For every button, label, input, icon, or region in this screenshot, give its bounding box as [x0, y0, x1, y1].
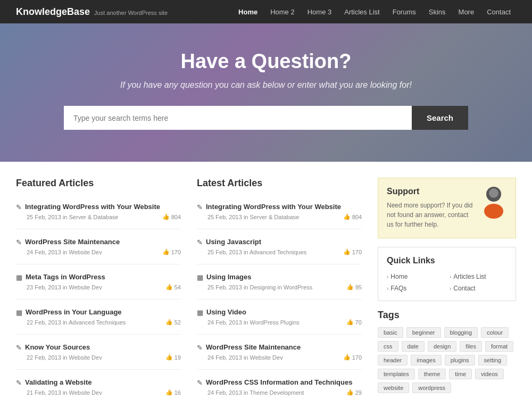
article-title[interactable]: WordPress in Your Language	[26, 308, 181, 316]
article-category-link[interactable]: Server & Database	[69, 214, 119, 220]
tag-item[interactable]: blogging	[444, 327, 478, 338]
article-meta: 25 Feb, 2013 in Advanced Techniques 👍 17…	[207, 248, 362, 255]
tag-item[interactable]: colour	[481, 327, 509, 338]
article-date-category: 25 Feb, 2013 in Server & Database	[27, 214, 118, 220]
list-item: ✎ Using Javascript 25 Feb, 2013 in Advan…	[197, 238, 362, 264]
quicklink-label: Home	[390, 273, 408, 280]
tag-item[interactable]: date	[402, 341, 425, 352]
article-likes: 👍 29	[346, 389, 362, 396]
quicklink-item[interactable]: ›Contact	[450, 285, 507, 292]
quicklink-label: Articles List	[453, 273, 486, 280]
article-likes: 👍 16	[165, 389, 181, 396]
tag-item[interactable]: wordpress	[412, 383, 451, 393]
article-likes: 👍 95	[346, 284, 362, 290]
search-input[interactable]	[64, 106, 412, 130]
article-date-category: 24 Feb, 2013 in WordPress Plugins	[207, 319, 300, 326]
article-category-link[interactable]: WordPress Plugins	[250, 319, 300, 326]
article-category-link[interactable]: Website Dev	[69, 249, 102, 255]
article-title[interactable]: Validating a Website	[25, 378, 181, 386]
article-meta: 24 Feb, 2013 in Website Dev 👍 170	[207, 354, 362, 361]
tag-item[interactable]: setting	[478, 355, 507, 365]
article-type-icon: ▦	[16, 309, 22, 317]
article-meta: 22 Feb, 2013 in Advanced Techniques 👍 52	[27, 319, 181, 326]
article-category-link[interactable]: Website Dev	[69, 354, 102, 361]
nav-item-skins[interactable]: Skins	[423, 6, 451, 18]
article-date-category: 22 Feb, 2013 in Website Dev	[27, 354, 102, 361]
search-bar: Search	[64, 106, 468, 130]
quicklink-item[interactable]: ›Home	[387, 273, 444, 280]
tag-item[interactable]: basic	[378, 327, 403, 338]
latest-title: Latest Articles	[197, 178, 362, 192]
tag-item[interactable]: plugins	[445, 355, 475, 365]
article-meta: 25 Feb, 2013 in Server & Database 👍 804	[207, 213, 362, 220]
like-icon: 👍	[165, 354, 173, 361]
like-icon: 👍	[346, 389, 354, 396]
nav-item-articles-list[interactable]: Articles List	[339, 6, 385, 18]
article-category-link[interactable]: Website Dev	[250, 354, 283, 361]
article-category-link[interactable]: Website Dev	[69, 284, 102, 290]
tag-item[interactable]: templates	[378, 369, 415, 379]
main-nav: HomeHome 2Home 3Articles ListForumsSkins…	[233, 6, 516, 18]
nav-item-forums[interactable]: Forums	[387, 6, 421, 18]
nav-item-contact[interactable]: Contact	[481, 6, 516, 18]
search-button[interactable]: Search	[412, 106, 468, 130]
nav-item-home-3[interactable]: Home 3	[302, 6, 337, 18]
list-item: ▦ Using Video 24 Feb, 2013 in WordPress …	[197, 308, 362, 335]
article-type-icon: ✎	[16, 203, 22, 211]
article-date-category: 24 Feb, 2013 in Theme Development	[207, 389, 304, 396]
article-title[interactable]: Meta Tags in WordPress	[26, 273, 181, 281]
like-icon: 👍	[343, 248, 351, 255]
tag-item[interactable]: website	[378, 383, 409, 393]
article-title[interactable]: Know Your Sources	[25, 343, 181, 351]
tag-item[interactable]: time	[449, 369, 472, 379]
support-text: Need more support? If you did not found …	[387, 201, 473, 229]
article-title[interactable]: Integrating WordPress with Your Website	[206, 203, 362, 211]
article-category-link[interactable]: Advanced Techniques	[69, 319, 126, 326]
svg-point-1	[484, 204, 503, 219]
article-category-link[interactable]: Website Dev	[69, 389, 102, 396]
article-date-category: 24 Feb, 2013 in Website Dev	[27, 249, 102, 255]
list-item: ✎ Know Your Sources 22 Feb, 2013 in Webs…	[16, 343, 181, 370]
article-title[interactable]: Using Images	[206, 273, 362, 281]
article-title[interactable]: Using Video	[206, 308, 362, 316]
tag-item[interactable]: header	[378, 355, 408, 365]
article-title[interactable]: Using Javascript	[206, 238, 362, 246]
tag-item[interactable]: css	[378, 341, 398, 352]
article-title[interactable]: WordPress Site Maintenance	[206, 343, 362, 351]
article-title[interactable]: Integrating WordPress with Your Website	[25, 203, 181, 211]
nav-item-home[interactable]: Home	[233, 6, 263, 18]
quicklink-item[interactable]: ›Articles List	[450, 273, 507, 280]
tag-item[interactable]: theme	[418, 369, 446, 379]
article-meta: 24 Feb, 2013 in Website Dev 👍 170	[27, 248, 181, 255]
support-box: Support Need more support? If you did no…	[378, 178, 516, 238]
nav-item-home-2[interactable]: Home 2	[265, 6, 300, 18]
article-likes: 👍 170	[343, 354, 362, 361]
latest-column: Latest Articles ✎ Integrating WordPress …	[197, 178, 362, 399]
like-icon: 👍	[162, 248, 170, 255]
article-type-icon: ▦	[16, 273, 22, 281]
nav-item-more[interactable]: More	[453, 6, 480, 18]
quicklink-item[interactable]: ›FAQs	[387, 285, 444, 292]
article-category-link[interactable]: Advanced Techniques	[250, 249, 306, 255]
article-category-link[interactable]: Designing in WordPress	[250, 284, 313, 290]
like-icon: 👍	[165, 284, 173, 290]
tag-item[interactable]: files	[460, 341, 482, 352]
featured-title: Featured Articles	[16, 178, 181, 192]
article-meta: 25 Feb, 2013 in Designing in WordPress 👍…	[207, 284, 362, 290]
list-item: ✎ Integrating WordPress with Your Websit…	[197, 203, 362, 229]
article-likes: 👍 19	[165, 354, 181, 361]
tag-item[interactable]: design	[428, 341, 456, 352]
chevron-right-icon: ›	[387, 286, 388, 292]
hero-section: Have a Question? If you have any questio…	[0, 23, 532, 162]
tag-item[interactable]: beginner	[406, 327, 441, 338]
list-item: ▦ WordPress in Your Language 22 Feb, 201…	[16, 308, 181, 335]
article-category-link[interactable]: Server & Database	[250, 214, 300, 220]
main-content: Featured Articles ✎ Integrating WordPres…	[0, 162, 532, 399]
article-title[interactable]: WordPress CSS Information and Techniques	[206, 378, 362, 386]
tag-item[interactable]: format	[485, 341, 513, 352]
site-logo[interactable]: KnowledgeBase	[16, 6, 90, 18]
tag-item[interactable]: images	[411, 355, 441, 365]
tag-item[interactable]: videos	[475, 369, 504, 379]
article-category-link[interactable]: Theme Development	[250, 389, 304, 396]
article-title[interactable]: WordPress Site Maintenance	[25, 238, 181, 246]
